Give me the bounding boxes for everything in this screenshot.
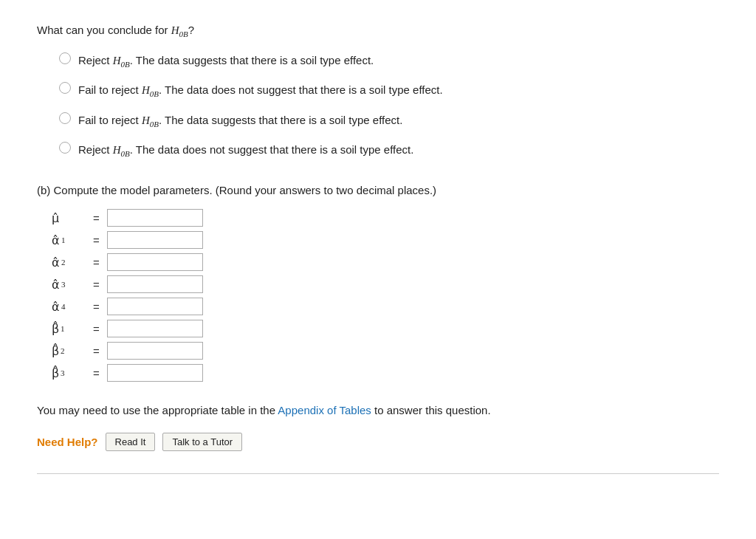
param-row-beta3: β̂3 = [52, 364, 719, 382]
equals-alpha3: = [93, 278, 100, 291]
param-label-alpha2: α̂2 [52, 255, 89, 270]
help-bar: Need Help? Read It Talk to a Tutor [37, 433, 719, 459]
param-input-alpha3[interactable] [107, 275, 203, 293]
params-grid: μ̂ = α̂1 = α̂2 = α̂3 = [52, 209, 719, 382]
equals-beta3: = [93, 367, 100, 380]
param-label-alpha4: α̂4 [52, 300, 89, 314]
main-content: What can you conclude for H0B? Reject H0… [37, 22, 719, 474]
param-input-alpha1[interactable] [107, 231, 203, 249]
param-input-beta1[interactable] [107, 320, 203, 337]
radio-circle-4[interactable] [59, 142, 71, 154]
radio-option-4[interactable]: Reject H0B. The data does not suggest th… [59, 140, 719, 160]
equals-beta2: = [93, 345, 100, 357]
bottom-divider [37, 473, 719, 474]
h0b-question-text: What can you conclude for H0B? [37, 22, 719, 41]
radio-group-h0b: Reject H0B. The data suggests that there… [59, 51, 719, 160]
need-help-label: Need Help? [37, 436, 98, 448]
param-row-mu: μ̂ = [52, 209, 719, 227]
param-input-beta2[interactable] [107, 342, 203, 360]
param-row-alpha1: α̂1 = [52, 231, 719, 249]
equals-alpha4: = [93, 301, 100, 313]
param-input-mu[interactable] [107, 209, 203, 227]
radio-option-1[interactable]: Reject H0B. The data suggests that there… [59, 51, 719, 71]
radio-option-3[interactable]: Fail to reject H0B. The data suggests th… [59, 111, 719, 131]
param-input-beta3[interactable] [107, 364, 203, 382]
option-text-4: Reject H0B. The data does not suggest th… [78, 142, 413, 160]
radio-circle-1[interactable] [59, 52, 71, 64]
param-label-mu: μ̂ [52, 211, 89, 225]
param-label-alpha1: α̂1 [52, 233, 89, 247]
appendix-link[interactable]: Appendix of Tables [278, 404, 371, 416]
option-text-3: Fail to reject H0B. The data suggests th… [78, 112, 402, 131]
option-text-1: Reject H0B. The data suggests that there… [78, 52, 374, 71]
footnote: You may need to use the appropriate tabl… [37, 402, 719, 419]
param-label-alpha3: α̂3 [52, 278, 89, 292]
equals-beta1: = [93, 323, 100, 335]
param-row-beta1: β̂1 = [52, 320, 719, 337]
param-input-alpha4[interactable] [107, 298, 203, 315]
option-text-2: Fail to reject H0B. The data does not su… [78, 82, 443, 100]
talk-to-tutor-button[interactable]: Talk to a Tutor [162, 433, 242, 451]
read-it-button[interactable]: Read It [106, 433, 156, 451]
param-label-beta3: β̂3 [52, 366, 89, 380]
radio-circle-2[interactable] [59, 82, 71, 94]
equals-mu: = [93, 212, 100, 224]
param-label-beta2: β̂2 [52, 344, 89, 358]
param-input-alpha2[interactable] [107, 253, 203, 271]
param-row-beta2: β̂2 = [52, 342, 719, 360]
equals-alpha2: = [93, 256, 100, 269]
h0b-question-section: What can you conclude for H0B? Reject H0… [37, 22, 719, 160]
equals-alpha1: = [93, 234, 100, 247]
part-b-section: (b) Compute the model parameters. (Round… [37, 182, 719, 382]
param-row-alpha2: α̂2 = [52, 253, 719, 271]
part-b-title: (b) Compute the model parameters. (Round… [37, 182, 719, 199]
param-row-alpha3: α̂3 = [52, 275, 719, 293]
footnote-pre: You may need to use the appropriate tabl… [37, 404, 278, 416]
footnote-post: to answer this question. [371, 404, 491, 416]
param-label-beta1: β̂1 [52, 322, 89, 336]
radio-option-2[interactable]: Fail to reject H0B. The data does not su… [59, 80, 719, 100]
param-row-alpha4: α̂4 = [52, 298, 719, 315]
radio-circle-3[interactable] [59, 112, 71, 124]
